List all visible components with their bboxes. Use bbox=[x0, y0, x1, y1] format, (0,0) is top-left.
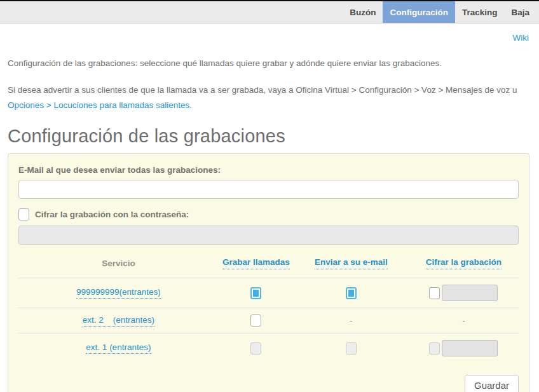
record-checkbox-row3 bbox=[250, 342, 261, 355]
locuciones-link[interactable]: Opciones > Locuciones para llamadas sali… bbox=[8, 100, 192, 110]
email-input[interactable] bbox=[18, 180, 519, 199]
service-link-ext2[interactable]: ext. 2 (entrantes) bbox=[83, 315, 154, 327]
checkbox-fill bbox=[348, 290, 354, 297]
encrypt-password-input-row3 bbox=[442, 340, 498, 356]
intro-paragraph-2-text: Si desea advertir a sus clientes de que … bbox=[8, 85, 517, 95]
main-content: Configuración de las grabaciones: selecc… bbox=[0, 58, 539, 392]
encrypt-dash-row2: - bbox=[462, 316, 465, 325]
tab-tracking[interactable]: Tracking bbox=[455, 1, 505, 23]
service-link-ext1[interactable]: ext. 1 (entrantes) bbox=[86, 342, 151, 354]
table-row: 999999999(entrantes) bbox=[18, 278, 519, 308]
encrypt-row: Cifrar la grabación con la contraseña: bbox=[18, 208, 519, 220]
header-grabar-llamadas-label: Grabar llamadas bbox=[222, 257, 290, 269]
tab-baja[interactable]: Baja bbox=[504, 1, 536, 23]
wiki-row: Wiki bbox=[0, 24, 539, 43]
record-checkbox-row1[interactable] bbox=[250, 287, 261, 299]
top-navigation-bar: Buzón Configuración Tracking Baja bbox=[0, 0, 539, 24]
send-email-dash-row2: - bbox=[350, 316, 353, 325]
recordings-settings-panel: E-Mail al que desea enviar todas las gra… bbox=[8, 153, 529, 392]
service-link-999999999[interactable]: 999999999(entrantes) bbox=[76, 287, 161, 299]
encrypt-checkbox-row3 bbox=[429, 342, 440, 355]
page-title: Configuración de las grabaciones bbox=[8, 126, 529, 147]
encrypt-checkbox-row1[interactable] bbox=[429, 287, 440, 299]
record-checkbox-row2[interactable] bbox=[250, 314, 261, 327]
send-email-checkbox-row1[interactable] bbox=[346, 287, 357, 299]
encrypt-checkbox[interactable] bbox=[18, 208, 29, 220]
save-button[interactable]: Guardar bbox=[465, 375, 519, 392]
save-row: Guardar bbox=[18, 375, 519, 392]
intro-paragraph-1: Configuración de las grabaciones: selecc… bbox=[8, 58, 529, 70]
header-enviar-email-label: Enviar a su e-mail bbox=[315, 257, 388, 269]
email-label: E-Mail al que desea enviar todas las gra… bbox=[18, 165, 519, 175]
header-cifrar-grabacion[interactable]: Cifrar la grabación bbox=[409, 257, 519, 269]
send-email-checkbox-row3 bbox=[346, 342, 357, 355]
tab-buzon[interactable]: Buzón bbox=[343, 1, 383, 23]
header-enviar-email[interactable]: Enviar a su e-mail bbox=[294, 257, 409, 269]
table-row: ext. 2 (entrantes) - - bbox=[18, 308, 519, 333]
tab-configuracion[interactable]: Configuración bbox=[383, 1, 455, 23]
header-servicio: Servicio bbox=[18, 259, 219, 268]
encrypt-password-input-row1 bbox=[442, 285, 498, 301]
table-row: ext. 1 (entrantes) bbox=[18, 333, 519, 363]
checkbox-fill bbox=[253, 290, 259, 297]
password-input bbox=[18, 226, 519, 245]
services-table-header: Servicio Grabar llamadas Enviar a su e-m… bbox=[18, 257, 519, 278]
header-grabar-llamadas[interactable]: Grabar llamadas bbox=[219, 257, 294, 269]
intro-paragraph-2: Si desea advertir a sus clientes de que … bbox=[8, 83, 529, 112]
wiki-link[interactable]: Wiki bbox=[513, 33, 529, 43]
encrypt-label: Cifrar la grabación con la contraseña: bbox=[35, 210, 189, 219]
header-cifrar-grabacion-label: Cifrar la grabación bbox=[426, 257, 501, 269]
